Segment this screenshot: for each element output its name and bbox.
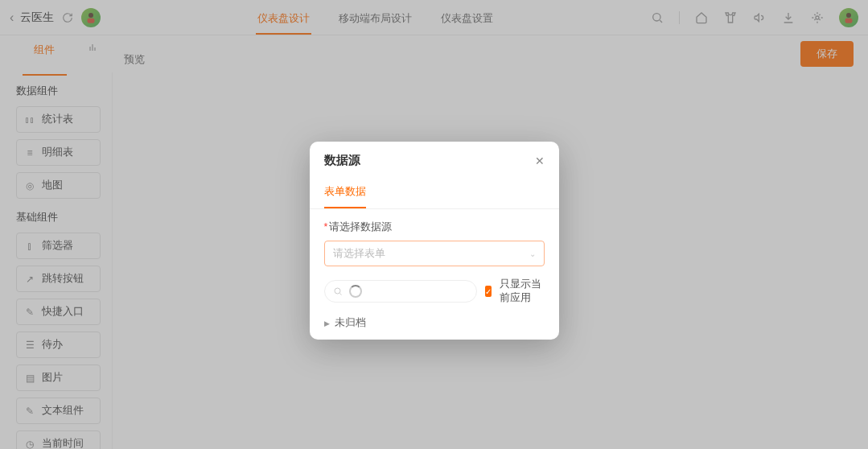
required-asterisk: * xyxy=(324,221,328,233)
close-icon[interactable]: ✕ xyxy=(535,154,545,167)
uncategorized-toggle[interactable]: ▶ 未归档 xyxy=(324,316,545,330)
field-label-text: 请选择数据源 xyxy=(329,221,392,233)
search-icon xyxy=(333,286,343,296)
select-placeholder: 请选择表单 xyxy=(333,247,385,261)
modal-tab-form-data[interactable]: 表单数据 xyxy=(324,179,366,208)
modal-body: *请选择数据源 请选择表单 ⌄ ✓ 只显示当前应用 ▶ 未归档 xyxy=(310,209,559,333)
modal-header: 数据源 ✕ xyxy=(310,142,559,176)
svg-point-6 xyxy=(335,288,340,294)
search-mini[interactable] xyxy=(324,280,477,303)
data-source-modal: 数据源 ✕ 表单数据 *请选择数据源 请选择表单 ⌄ ✓ 只显示当前应用 ▶ xyxy=(310,142,559,340)
checkbox-label: 只显示当前应用 xyxy=(500,278,544,305)
uncategorized-label: 未归档 xyxy=(335,316,366,330)
field-label: *请选择数据源 xyxy=(324,220,545,234)
triangle-right-icon: ▶ xyxy=(324,319,330,327)
modal-title: 数据源 xyxy=(324,153,360,168)
loading-spinner xyxy=(349,285,362,298)
data-source-select[interactable]: 请选择表单 ⌄ xyxy=(324,241,545,266)
modal-row-filter: ✓ 只显示当前应用 xyxy=(324,278,545,305)
only-current-app-checkbox[interactable]: ✓ xyxy=(485,286,492,297)
modal-tabs: 表单数据 xyxy=(310,176,559,209)
modal-overlay[interactable]: 数据源 ✕ 表单数据 *请选择数据源 请选择表单 ⌄ ✓ 只显示当前应用 ▶ xyxy=(0,0,868,449)
chevron-down-icon: ⌄ xyxy=(529,249,536,258)
